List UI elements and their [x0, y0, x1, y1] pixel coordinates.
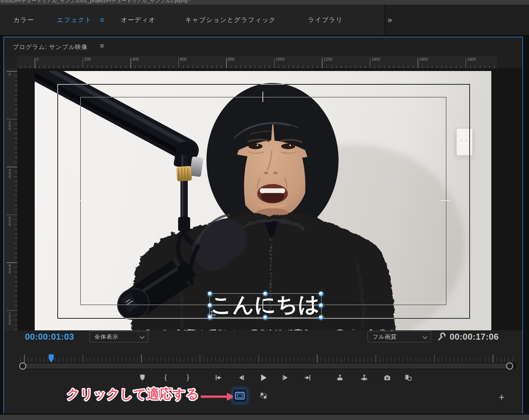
settings-wrench-icon[interactable] [436, 332, 446, 342]
step-forward-button[interactable] [280, 372, 291, 383]
ruler-minor-tick [303, 65, 303, 68]
ruler-major-tick [7, 167, 17, 167]
ruler-minor-tick [360, 65, 361, 68]
timeline-minor-tick [309, 357, 310, 362]
panel-title[interactable]: プログラム: サンプル映像 [13, 43, 88, 51]
selection-handle-top-center[interactable] [263, 291, 268, 296]
timeline-minor-tick [477, 357, 477, 362]
ruler-minor-tick [427, 65, 428, 68]
ruler-minor-tick [279, 65, 279, 68]
ruler-label: 1600 [419, 57, 428, 62]
timeline-minor-tick [430, 357, 431, 362]
button-editor-add-button[interactable]: + [497, 392, 507, 402]
zoom-scrollbar-right-handle[interactable] [506, 362, 513, 370]
video-frame[interactable]: こんにちは [35, 71, 491, 330]
ruler-minor-tick [298, 65, 298, 68]
playback-quality-select[interactable]: フル画質 [368, 331, 431, 342]
play-button[interactable] [257, 372, 269, 383]
ruler-minor-tick [346, 65, 346, 68]
selection-handle-bottom-right[interactable] [319, 315, 324, 320]
timeline-minor-tick [215, 357, 216, 362]
lift-button[interactable] [334, 372, 346, 383]
selection-handle-bottom-center[interactable] [263, 315, 268, 320]
current-timecode[interactable]: 00:00:01:03 [25, 332, 74, 342]
ruler-minor-tick [169, 65, 169, 68]
timeline-minor-tick [380, 357, 380, 362]
timeline-minor-tick [305, 357, 306, 362]
export-frame-button[interactable] [382, 372, 393, 383]
ruler-minor-tick [327, 65, 327, 68]
effects-tab-menu-icon[interactable]: ≡ [100, 5, 104, 35]
timeline-minor-tick [223, 357, 223, 362]
ruler-minor-tick [432, 65, 432, 68]
comparison-view-icon [404, 374, 412, 382]
ruler-major-tick [7, 71, 17, 72]
timeline-minor-tick [106, 357, 106, 362]
vertical-ruler: 02 0 04 0 06 0 08 0 01 0 0 0 [4, 68, 17, 330]
ruler-minor-tick [14, 267, 17, 267]
ruler-minor-tick [250, 65, 250, 68]
tab-bar-divider [385, 5, 385, 35]
zoom-scrollbar-left-handle[interactable] [19, 362, 26, 370]
go-to-out-button[interactable] [302, 372, 313, 383]
ruler-minor-tick [188, 65, 188, 68]
mark-out-icon [187, 375, 189, 381]
timeline-minor-tick [204, 357, 204, 362]
ruler-minor-tick [207, 65, 207, 68]
step-back-button[interactable] [236, 372, 247, 383]
tab-captions-graphics[interactable]: キャプションとグラフィック [185, 5, 276, 35]
ruler-minor-tick [384, 65, 385, 68]
zoom-scrollbar-thumb[interactable] [23, 363, 509, 369]
text-selection-box[interactable] [209, 293, 322, 318]
timeline-minor-tick [243, 357, 243, 362]
timeline-minor-tick [192, 357, 192, 362]
toggle-proxies-button[interactable] [258, 390, 269, 401]
mark-in-button[interactable] [160, 372, 171, 383]
anchor-point[interactable] [208, 311, 215, 318]
ruler-minor-tick [87, 65, 88, 68]
timeline-minor-tick [485, 357, 485, 362]
timeline-minor-tick [344, 357, 345, 362]
ruler-minor-tick [245, 65, 245, 68]
ruler-minor-tick [92, 65, 92, 68]
comparison-view-button[interactable] [403, 372, 414, 383]
ruler-minor-tick [126, 65, 126, 68]
timeline-minor-tick [352, 357, 353, 362]
go-to-in-button[interactable] [213, 372, 224, 383]
ruler-minor-tick [14, 224, 17, 224]
ruler-label: 4 0 0 [9, 168, 11, 178]
timeline-minor-tick [129, 357, 130, 362]
ruler-minor-tick [221, 65, 222, 68]
timeline-minor-tick [55, 357, 56, 362]
panel-menu-icon[interactable]: ≡ [100, 42, 104, 50]
ruler-minor-tick [14, 100, 17, 100]
ruler-minor-tick [14, 76, 17, 76]
tab-bar-right-zone [385, 5, 529, 35]
step-forward-icon [281, 374, 289, 382]
selection-handle-top-right[interactable] [319, 291, 324, 296]
timeline-minor-tick [469, 357, 470, 362]
selection-handle-mid-right[interactable] [319, 303, 324, 308]
extract-button[interactable] [359, 372, 370, 383]
tab-color[interactable]: カラー [13, 5, 34, 35]
timeline-minor-tick [348, 357, 349, 362]
zoom-level-select[interactable]: 全体表示 [89, 331, 148, 342]
tab-effects[interactable]: エフェクト [57, 5, 92, 35]
safe-margins-button[interactable] [233, 389, 247, 402]
selection-handle-mid-left[interactable] [207, 303, 212, 308]
tab-overflow-chevron-icon[interactable]: » [388, 5, 392, 35]
tab-audio[interactable]: オーディオ [121, 5, 155, 35]
mark-out-button[interactable] [182, 372, 193, 383]
ruler-minor-tick [111, 65, 112, 68]
selection-handle-top-left[interactable] [207, 291, 212, 296]
timeline-major-tick [434, 355, 435, 363]
ruler-minor-tick [14, 114, 17, 114]
tab-libraries[interactable]: ライブラリ [308, 5, 343, 35]
ruler-minor-tick [49, 65, 49, 68]
timeline-minor-tick [399, 357, 399, 362]
timeline-minor-tick [294, 357, 294, 362]
mini-timeline-ruler[interactable] [18, 355, 515, 363]
add-marker-button[interactable] [137, 372, 148, 383]
ruler-minor-tick [14, 171, 17, 172]
timeline-minor-tick [235, 357, 235, 362]
